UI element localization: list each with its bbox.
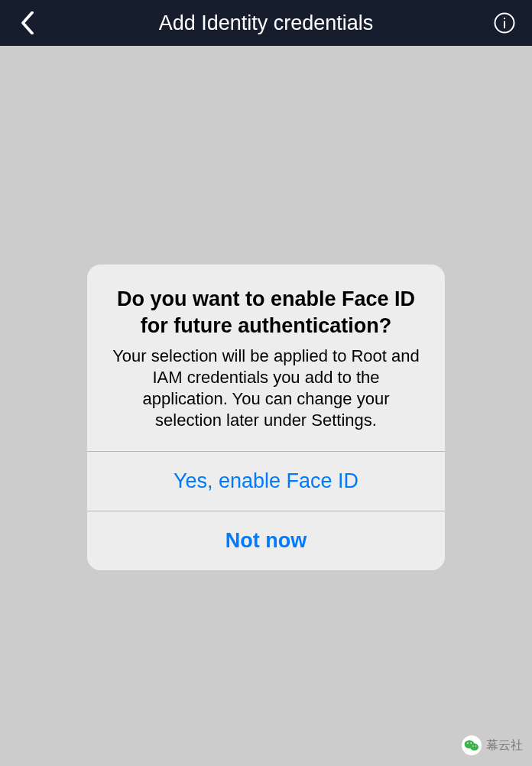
watermark: 幕云社 [462,735,523,755]
svg-point-5 [470,744,478,751]
watermark-text: 幕云社 [486,738,523,754]
back-button[interactable] [12,8,43,38]
alert-title: Do you want to enable Face ID for future… [110,286,422,339]
content-area: Do you want to enable Face ID for future… [0,46,532,766]
chevron-left-icon [21,11,34,34]
not-now-button[interactable]: Not now [87,511,445,570]
svg-point-1 [504,18,505,19]
wechat-icon [462,735,482,755]
alert-message: Your selection will be applied to Root a… [110,346,422,432]
info-icon [493,11,516,34]
modal-overlay: Do you want to enable Face ID for future… [0,46,532,766]
svg-point-6 [467,742,469,744]
alert-actions: Yes, enable Face ID Not now [87,451,445,570]
header-bar: Add Identity credentials [0,0,532,46]
page-title: Add Identity credentials [159,11,374,35]
svg-point-8 [472,745,473,746]
info-button[interactable] [489,8,520,38]
svg-point-9 [475,745,476,746]
alert-dialog: Do you want to enable Face ID for future… [87,265,445,571]
svg-point-7 [470,742,472,744]
alert-text-block: Do you want to enable Face ID for future… [87,265,445,452]
enable-faceid-button[interactable]: Yes, enable Face ID [87,451,445,511]
